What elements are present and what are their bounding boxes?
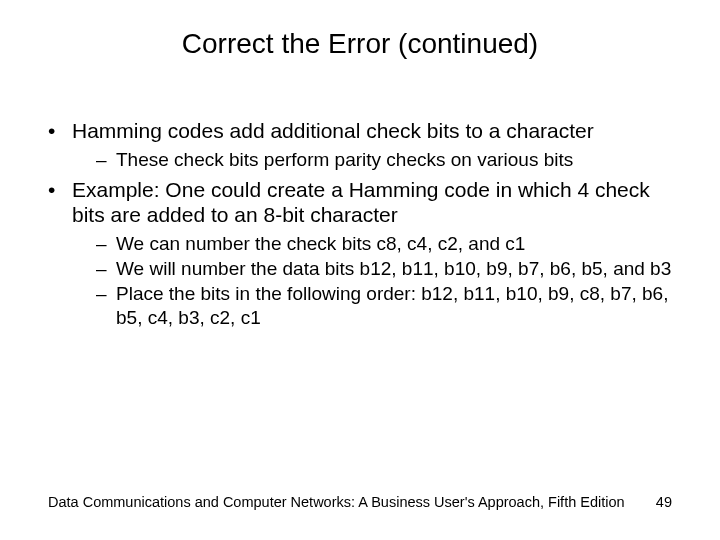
sub-list: We can number the check bits c8, c4, c2,… bbox=[72, 232, 688, 329]
page-number: 49 bbox=[656, 494, 672, 510]
sub-list: These check bits perform parity checks o… bbox=[72, 148, 688, 171]
footer-source: Data Communications and Computer Network… bbox=[48, 494, 625, 510]
slide-body: Hamming codes add additional check bits … bbox=[48, 118, 688, 335]
bullet-text: Place the bits in the following order: b… bbox=[116, 283, 668, 327]
bullet-list: Hamming codes add additional check bits … bbox=[48, 118, 688, 329]
bullet-text: We will number the data bits b12, b11, b… bbox=[116, 258, 671, 279]
list-item: We will number the data bits b12, b11, b… bbox=[96, 257, 688, 280]
list-item: These check bits perform parity checks o… bbox=[96, 148, 688, 171]
list-item: Place the bits in the following order: b… bbox=[96, 282, 688, 328]
bullet-text: Hamming codes add additional check bits … bbox=[72, 119, 594, 142]
slide-title: Correct the Error (continued) bbox=[0, 28, 720, 60]
bullet-text: Example: One could create a Hamming code… bbox=[72, 178, 650, 227]
slide: Correct the Error (continued) Hamming co… bbox=[0, 0, 720, 540]
list-item: Hamming codes add additional check bits … bbox=[48, 118, 688, 171]
list-item: We can number the check bits c8, c4, c2,… bbox=[96, 232, 688, 255]
list-item: Example: One could create a Hamming code… bbox=[48, 177, 688, 329]
bullet-text: These check bits perform parity checks o… bbox=[116, 149, 573, 170]
bullet-text: We can number the check bits c8, c4, c2,… bbox=[116, 233, 525, 254]
